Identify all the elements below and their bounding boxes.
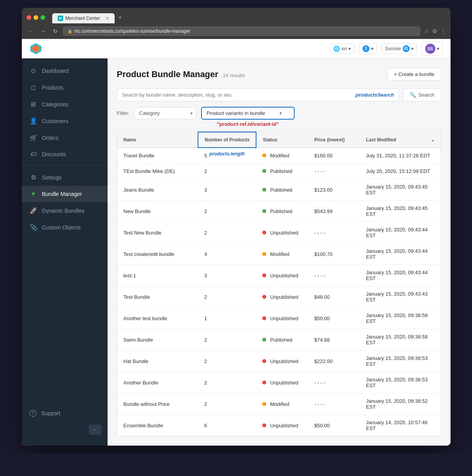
cell-name: New Bundle — [117, 201, 198, 222]
bundle-type-filter[interactable]: Product variants in bundle ▾ — [201, 107, 295, 120]
sidebar-item-label: Discounts — [42, 151, 66, 157]
env-selector[interactable]: 2 ▾ — [359, 43, 377, 54]
menu-icon[interactable]: ⋮ — [440, 28, 446, 34]
back-button[interactable]: ← — [27, 27, 35, 35]
sidebar-collapse-button[interactable]: ← — [89, 425, 101, 435]
cell-name: TEst Bundle Mike (DE) — [117, 164, 198, 179]
cell-status: Unpublished — [256, 265, 308, 286]
sidebar-item-custom-objects[interactable]: 📎 Custom Objects — [22, 219, 108, 236]
cell-products: 3 — [198, 265, 256, 286]
cell-modified: January 14, 2020, 10:57:46 EST — [360, 415, 441, 436]
page-title: Product Bundle Manager — [117, 69, 218, 79]
status-dot — [262, 359, 266, 363]
cell-name: Ensemble Bundle — [117, 415, 198, 436]
table-row[interactable]: TEst Bundle Mike (DE) 2 Published - - - … — [117, 164, 441, 179]
page-header: Product Bundle Manager 14 results + Crea… — [117, 68, 441, 81]
cell-products: 2 — [198, 164, 256, 179]
status-dot — [262, 295, 266, 299]
maximize-button[interactable] — [41, 15, 45, 20]
table-row[interactable]: New Bundle 2 Published $543.99 January 1… — [117, 201, 441, 222]
bundles-table: Name Number of Products products.length — [117, 131, 441, 436]
cell-price: $100.70 — [308, 243, 360, 265]
sidebar-item-categories[interactable]: ⊞ Categories — [22, 96, 108, 113]
sidebar-item-label: Categories — [42, 101, 69, 108]
sidebar-item-products[interactable]: ◻ Products — [22, 79, 108, 96]
cell-name: Hat Bundle — [117, 351, 198, 372]
table-row[interactable]: Travel Bundle 5 Modified $160.00 July 31… — [117, 148, 441, 164]
cell-name: Test New Bundle — [117, 222, 198, 243]
support-icon: ? — [30, 410, 37, 417]
table-row[interactable]: Ensemble Bundle 6 Unpublished $50.00 Jan… — [117, 415, 441, 436]
status-dot — [262, 402, 266, 406]
active-tab[interactable]: M Merchant Center ✕ — [52, 13, 115, 23]
table-row[interactable]: Test New Bundle 2 Unpublished - - - - Ja… — [117, 222, 441, 243]
lock-icon: 🔒 — [67, 29, 72, 33]
extensions-icon[interactable]: ⚙ — [432, 28, 437, 34]
table-row[interactable]: Test create/edit bundle 4 Modified $100.… — [117, 243, 441, 265]
tab-close-icon[interactable]: ✕ — [106, 16, 109, 21]
sidebar-item-support[interactable]: ? Support — [22, 405, 108, 421]
table-row[interactable]: Hat Bundle 2 Unpublished $222.00 January… — [117, 351, 441, 372]
cell-status: Modified — [256, 393, 308, 415]
project-name: Sunrise — [385, 46, 401, 51]
cell-status: Unpublished — [256, 222, 308, 243]
products-search-annotation: productsSearch — [355, 92, 394, 98]
cell-products: 1 — [198, 308, 256, 329]
sidebar-item-customers[interactable]: 👤 Customers — [22, 113, 108, 129]
forward-button[interactable]: → — [39, 27, 48, 35]
table-row[interactable]: Jeans Bundle 3 Published $123.00 January… — [117, 179, 441, 201]
minimize-button[interactable] — [34, 15, 38, 20]
settings-icon: ⚙ — [30, 174, 37, 181]
cell-price: $123.00 — [308, 179, 360, 201]
products-icon: ◻ — [30, 84, 37, 91]
sidebar-item-dashboard[interactable]: ⊙ Dashboard — [22, 62, 108, 79]
custom-objects-icon: 📎 — [30, 224, 37, 231]
cell-modified: January 15, 2020, 09:38:52 EST — [360, 393, 441, 415]
sidebar-item-settings[interactable]: ⚙ Settings — [22, 169, 108, 186]
status-dot — [262, 209, 266, 213]
logo — [30, 42, 42, 55]
bundle-type-filter-wrapper: Product variants in bundle ▾ "product-re… — [201, 107, 295, 120]
col-header-modified[interactable]: Last Modified ⌄ — [360, 132, 441, 148]
search-input[interactable] — [122, 92, 353, 98]
dynamic-bundles-icon: 🚀 — [30, 207, 37, 214]
cell-status: Unpublished — [256, 415, 308, 436]
cell-status: Published — [256, 179, 308, 201]
orders-icon: 🛒 — [30, 134, 37, 141]
status-dot — [262, 188, 266, 192]
refresh-button[interactable]: ↻ — [51, 27, 59, 35]
language-label: en — [341, 46, 346, 51]
category-filter-wrapper: Category — [134, 107, 196, 119]
sidebar-item-bundle-manager[interactable]: ♥ Bundle Manager — [22, 186, 108, 202]
table-row[interactable]: test-1 3 Unpublished - - - - January 15,… — [117, 265, 441, 286]
sidebar-item-discounts[interactable]: 🏷 Discounts — [22, 146, 108, 162]
star-icon[interactable]: ☆ — [424, 28, 429, 34]
env-count-badge: 2 — [362, 45, 369, 52]
cell-products: 2 — [198, 372, 256, 393]
tab-label: Merchant Center — [65, 16, 100, 21]
cell-products: 4 — [198, 243, 256, 265]
address-bar[interactable]: 🔒 mc.commercetools.co/sparkles-sunrise/b… — [63, 26, 420, 36]
user-menu[interactable]: SS ▾ — [422, 42, 443, 56]
table-row[interactable]: Bundle without Price 2 Modified - - - - … — [117, 393, 441, 415]
table-row[interactable]: Another Bundle 2 Unpublished - - - - Jan… — [117, 372, 441, 393]
close-button[interactable] — [27, 15, 31, 20]
products-length-annotation: products.length — [209, 151, 245, 157]
cell-modified: January 15, 2020, 09:43:45 EST — [360, 201, 441, 222]
project-selector[interactable]: Sunrise 41 ▾ — [382, 43, 417, 54]
cell-modified: July 31, 2020, 11:37:26 EDT — [360, 148, 441, 164]
cell-modified: January 15, 2020, 09:38:53 EST — [360, 372, 441, 393]
table-row[interactable]: Swim Bundle 2 Published $74.88 January 1… — [117, 329, 441, 351]
cell-modified: July 20, 2020, 15:12:08 EDT — [360, 164, 441, 179]
table-row[interactable]: Test Bundle 2 Unpublished $48.00 January… — [117, 286, 441, 308]
cell-name: Bundle without Price — [117, 393, 198, 415]
sidebar-item-dynamic-bundles[interactable]: 🚀 Dynamic Bundles — [22, 202, 108, 219]
search-button[interactable]: 🔍 Search — [403, 88, 441, 101]
cell-name: Another test bundle — [117, 308, 198, 329]
table-row[interactable]: Another test bundle 1 Unpublished $50.00… — [117, 308, 441, 329]
sidebar-item-orders[interactable]: 🛒 Orders — [22, 129, 108, 146]
create-bundle-button[interactable]: + Create a bundle — [387, 68, 441, 81]
category-filter[interactable]: Category — [134, 107, 196, 119]
new-tab-button[interactable]: + — [115, 12, 126, 23]
language-selector[interactable]: 🌐 en ▾ — [330, 44, 354, 54]
